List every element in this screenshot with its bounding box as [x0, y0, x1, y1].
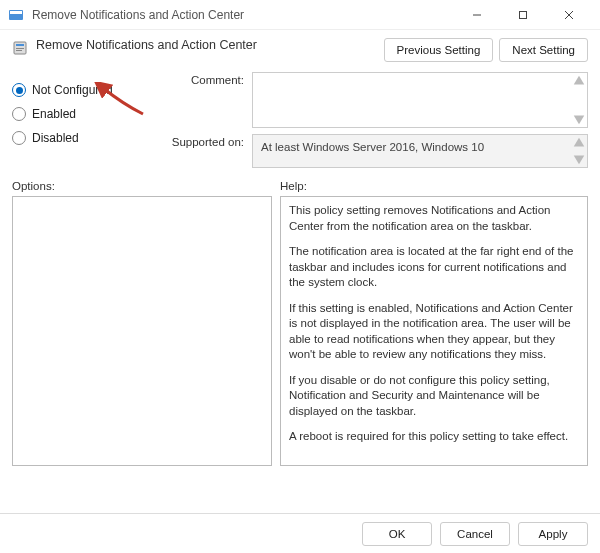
help-paragraph: If you disable or do not configure this …: [289, 373, 579, 420]
svg-rect-1: [10, 11, 22, 14]
help-paragraph: This policy setting removes Notification…: [289, 203, 579, 234]
radio-label: Enabled: [32, 107, 76, 121]
svg-marker-12: [574, 138, 585, 147]
svg-rect-8: [16, 48, 24, 49]
scroll-up-icon[interactable]: [572, 136, 586, 150]
radio-icon: [12, 131, 26, 145]
scroll-down-icon[interactable]: [572, 112, 586, 126]
app-icon: [8, 7, 24, 23]
help-panel: This policy setting removes Notification…: [280, 196, 588, 466]
window-title: Remove Notifications and Action Center: [32, 8, 244, 22]
scroll-up-icon[interactable]: [572, 74, 586, 88]
next-setting-button[interactable]: Next Setting: [499, 38, 588, 62]
svg-marker-10: [574, 76, 585, 85]
options-label: Options:: [12, 180, 272, 192]
svg-rect-9: [16, 50, 22, 51]
supported-on-value: At least Windows Server 2016, Windows 10: [261, 141, 484, 153]
close-button[interactable]: [546, 0, 592, 30]
radio-enabled[interactable]: Enabled: [12, 102, 162, 126]
help-paragraph: A reboot is required for this policy set…: [289, 429, 579, 445]
header-row: Remove Notifications and Action Center P…: [0, 30, 600, 66]
radio-icon: [12, 107, 26, 121]
previous-setting-button[interactable]: Previous Setting: [384, 38, 494, 62]
help-label: Help:: [280, 180, 588, 192]
comment-textarea[interactable]: [252, 72, 588, 128]
scrollbar[interactable]: [572, 74, 586, 126]
ok-button[interactable]: OK: [362, 522, 432, 546]
state-radio-group: Not Configured Enabled Disabled: [12, 72, 162, 174]
policy-title: Remove Notifications and Action Center: [36, 38, 257, 52]
dialog-footer: OK Cancel Apply: [0, 513, 600, 553]
svg-marker-11: [574, 116, 585, 125]
svg-rect-7: [16, 44, 24, 46]
comment-label: Comment:: [162, 72, 252, 86]
minimize-button[interactable]: [454, 0, 500, 30]
maximize-button[interactable]: [500, 0, 546, 30]
supported-on-label: Supported on:: [162, 134, 252, 148]
radio-disabled[interactable]: Disabled: [12, 126, 162, 150]
radio-label: Not Configured: [32, 83, 113, 97]
svg-marker-13: [574, 156, 585, 165]
radio-label: Disabled: [32, 131, 79, 145]
options-panel: [12, 196, 272, 466]
help-paragraph: If this setting is enabled, Notification…: [289, 301, 579, 363]
apply-button[interactable]: Apply: [518, 522, 588, 546]
policy-icon: [12, 40, 28, 56]
title-bar: Remove Notifications and Action Center: [0, 0, 600, 30]
supported-on-field: At least Windows Server 2016, Windows 10: [252, 134, 588, 168]
radio-icon: [12, 83, 26, 97]
svg-rect-3: [520, 11, 527, 18]
radio-not-configured[interactable]: Not Configured: [12, 78, 162, 102]
scrollbar[interactable]: [572, 136, 586, 166]
cancel-button[interactable]: Cancel: [440, 522, 510, 546]
scroll-down-icon[interactable]: [572, 152, 586, 166]
help-paragraph: The notification area is located at the …: [289, 244, 579, 291]
